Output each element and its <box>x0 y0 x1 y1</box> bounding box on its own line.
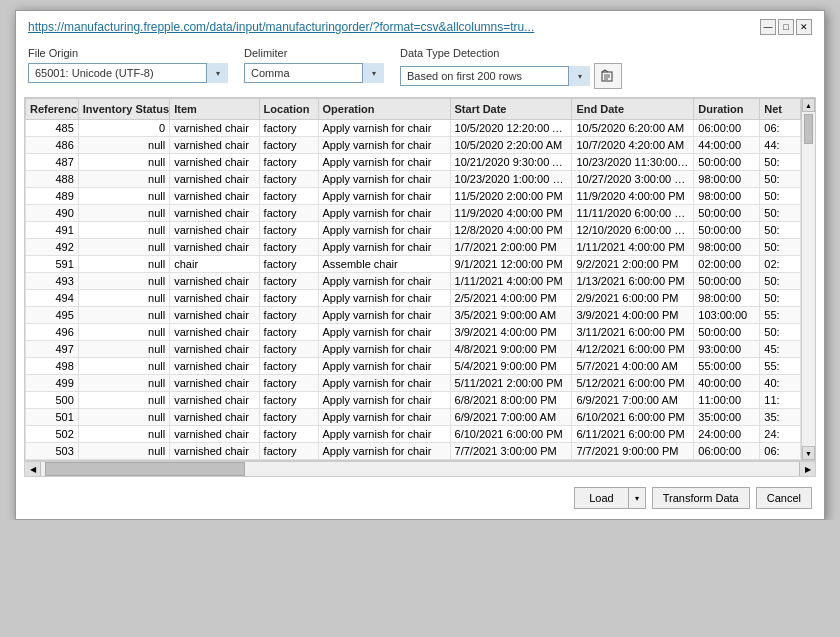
load-dropdown-button[interactable]: ▾ <box>628 487 646 509</box>
cancel-button[interactable]: Cancel <box>756 487 812 509</box>
table-cell: 5/7/2021 4:00:00 AM <box>572 358 694 375</box>
table-cell: 6/9/2021 7:00:00 AM <box>450 409 572 426</box>
table-cell: 50:00:00 <box>694 324 760 341</box>
table-cell: 93:00:00 <box>694 341 760 358</box>
table-cell: null <box>78 409 169 426</box>
table-cell: 98:00:00 <box>694 290 760 307</box>
table-cell: varnished chair <box>170 341 259 358</box>
table-cell: 98:00:00 <box>694 188 760 205</box>
data-type-detection-group: Data Type Detection Based on first 200 r… <box>400 47 622 89</box>
table-cell: 11/11/2020 6:00:00 PM <box>572 205 694 222</box>
table-row: 496nullvarnished chairfactoryApply varni… <box>26 324 801 341</box>
transform-data-button[interactable]: Transform Data <box>652 487 750 509</box>
h-scroll-thumb[interactable] <box>45 462 245 476</box>
load-button[interactable]: Load <box>574 487 627 509</box>
table-cell: 50: <box>760 222 801 239</box>
table-cell: varnished chair <box>170 120 259 137</box>
window-controls: — □ ✕ <box>760 19 812 35</box>
table-cell: 4/8/2021 9:00:00 PM <box>450 341 572 358</box>
minimize-button[interactable]: — <box>760 19 776 35</box>
data-type-detection-select[interactable]: Based on first 200 rows Based on all row… <box>400 66 590 86</box>
table-cell: Apply varnish for chair <box>318 307 450 324</box>
table-cell: Apply varnish for chair <box>318 426 450 443</box>
table-row: 591nullchairfactoryAssemble chair9/1/202… <box>26 256 801 273</box>
file-browse-button[interactable] <box>594 63 622 89</box>
table-cell: null <box>78 426 169 443</box>
table-cell: null <box>78 205 169 222</box>
scroll-right-button[interactable]: ▶ <box>799 462 815 476</box>
table-row: 4850varnished chairfactoryApply varnish … <box>26 120 801 137</box>
maximize-button[interactable]: □ <box>778 19 794 35</box>
scroll-up-button[interactable]: ▲ <box>802 98 815 112</box>
close-button[interactable]: ✕ <box>796 19 812 35</box>
table-cell: null <box>78 273 169 290</box>
col-header-location: Location <box>259 99 318 120</box>
table-cell: Apply varnish for chair <box>318 222 450 239</box>
table-cell: 7/7/2021 3:00:00 PM <box>450 443 572 460</box>
file-browse-icon <box>601 69 615 83</box>
table-row: 498nullvarnished chairfactoryApply varni… <box>26 358 801 375</box>
table-cell: 3/9/2021 4:00:00 PM <box>572 307 694 324</box>
table-cell: Apply varnish for chair <box>318 409 450 426</box>
table-cell: varnished chair <box>170 171 259 188</box>
table-cell: null <box>78 290 169 307</box>
table-cell: 487 <box>26 154 79 171</box>
table-cell: factory <box>259 358 318 375</box>
delimiter-group: Delimiter Comma Semicolon Tab Space ▾ <box>244 47 384 83</box>
table-cell: 5/11/2021 2:00:00 PM <box>450 375 572 392</box>
file-origin-label: File Origin <box>28 47 228 59</box>
table-cell: Apply varnish for chair <box>318 392 450 409</box>
dialog-url[interactable]: https://manufacturing.frepple.com/data/i… <box>28 20 760 34</box>
table-cell: 103:00:00 <box>694 307 760 324</box>
table-cell: varnished chair <box>170 205 259 222</box>
table-cell: 06:00:00 <box>694 443 760 460</box>
delimiter-select-wrapper: Comma Semicolon Tab Space ▾ <box>244 63 384 83</box>
table-cell: chair <box>170 256 259 273</box>
table-cell: 10/5/2020 12:20:00 AM <box>450 120 572 137</box>
table-cell: 591 <box>26 256 79 273</box>
col-header-net: Net <box>760 99 801 120</box>
table-cell: null <box>78 341 169 358</box>
table-cell: 3/11/2021 6:00:00 PM <box>572 324 694 341</box>
table-cell: factory <box>259 273 318 290</box>
table-cell: 10/21/2020 9:30:00 AM <box>450 154 572 171</box>
table-scroll-area[interactable]: Reference Inventory Status Item Location… <box>25 98 815 460</box>
table-cell: factory <box>259 188 318 205</box>
scroll-thumb[interactable] <box>804 114 813 144</box>
table-cell: factory <box>259 171 318 188</box>
file-origin-select-wrapper: 65001: Unicode (UTF-8) 1252: Windows Wes… <box>28 63 228 83</box>
col-header-inventory-status: Inventory Status <box>78 99 169 120</box>
table-cell: 10/23/2020 1:00:00 PM <box>450 171 572 188</box>
table-cell: 50:00:00 <box>694 205 760 222</box>
table-cell: varnished chair <box>170 307 259 324</box>
table-cell: Apply varnish for chair <box>318 154 450 171</box>
file-origin-select[interactable]: 65001: Unicode (UTF-8) 1252: Windows Wes… <box>28 63 228 83</box>
scroll-left-button[interactable]: ◀ <box>25 462 41 476</box>
table-cell: varnished chair <box>170 188 259 205</box>
table-cell: null <box>78 307 169 324</box>
table-cell: 1/13/2021 6:00:00 PM <box>572 273 694 290</box>
table-row: 502nullvarnished chairfactoryApply varni… <box>26 426 801 443</box>
table-cell: null <box>78 324 169 341</box>
table-cell: 1/11/2021 4:00:00 PM <box>572 239 694 256</box>
table-cell: 6/8/2021 8:00:00 PM <box>450 392 572 409</box>
table-cell: Apply varnish for chair <box>318 375 450 392</box>
table-cell: 40: <box>760 375 801 392</box>
delimiter-label: Delimiter <box>244 47 384 59</box>
table-cell: 50: <box>760 273 801 290</box>
table-cell: factory <box>259 239 318 256</box>
table-cell: 06:00:00 <box>694 120 760 137</box>
table-cell: 40:00:00 <box>694 375 760 392</box>
table-cell: factory <box>259 205 318 222</box>
table-cell: 497 <box>26 341 79 358</box>
bottom-bar: Load ▾ Transform Data Cancel <box>16 477 824 519</box>
table-cell: varnished chair <box>170 154 259 171</box>
vertical-scrollbar[interactable]: ▲ ▼ <box>801 98 815 460</box>
import-dialog: https://manufacturing.frepple.com/data/i… <box>15 10 825 520</box>
horizontal-scrollbar[interactable]: ◀ ▶ <box>24 461 816 477</box>
options-bar: File Origin 65001: Unicode (UTF-8) 1252:… <box>16 39 824 97</box>
scroll-down-button[interactable]: ▼ <box>802 446 815 460</box>
delimiter-select[interactable]: Comma Semicolon Tab Space <box>244 63 384 83</box>
table-cell: 1/11/2021 4:00:00 PM <box>450 273 572 290</box>
table-cell: Apply varnish for chair <box>318 324 450 341</box>
